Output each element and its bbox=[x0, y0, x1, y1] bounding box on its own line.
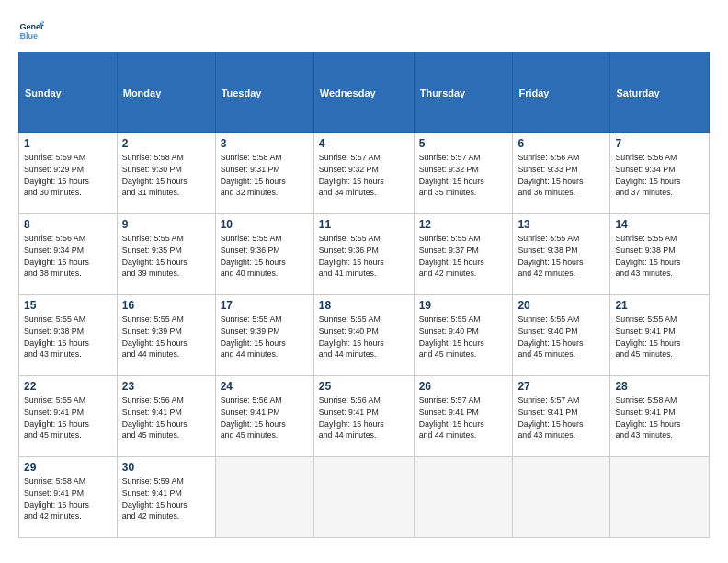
day-number: 4 bbox=[319, 137, 409, 150]
calendar-cell: 22Sunrise: 5:55 AM Sunset: 9:41 PM Dayli… bbox=[19, 376, 118, 457]
day-info: Sunrise: 5:57 AM Sunset: 9:41 PM Dayligh… bbox=[518, 395, 605, 442]
calendar-cell: 13Sunrise: 5:55 AM Sunset: 9:38 PM Dayli… bbox=[513, 214, 610, 295]
day-number: 26 bbox=[419, 380, 508, 393]
col-friday: Friday bbox=[513, 52, 610, 133]
day-info: Sunrise: 5:55 AM Sunset: 9:38 PM Dayligh… bbox=[615, 233, 704, 280]
calendar-cell: 6Sunrise: 5:56 AM Sunset: 9:33 PM Daylig… bbox=[513, 133, 610, 214]
svg-text:Blue: Blue bbox=[19, 31, 38, 40]
day-info: Sunrise: 5:55 AM Sunset: 9:36 PM Dayligh… bbox=[319, 233, 409, 280]
day-number: 11 bbox=[319, 218, 409, 231]
calendar-cell: 27Sunrise: 5:57 AM Sunset: 9:41 PM Dayli… bbox=[513, 376, 610, 457]
day-info: Sunrise: 5:55 AM Sunset: 9:39 PM Dayligh… bbox=[122, 314, 210, 361]
day-info: Sunrise: 5:59 AM Sunset: 9:29 PM Dayligh… bbox=[24, 152, 112, 199]
day-info: Sunrise: 5:56 AM Sunset: 9:33 PM Dayligh… bbox=[518, 152, 605, 199]
calendar-cell: 28Sunrise: 5:58 AM Sunset: 9:41 PM Dayli… bbox=[610, 376, 710, 457]
day-number: 16 bbox=[122, 299, 210, 312]
calendar-cell: 18Sunrise: 5:55 AM Sunset: 9:40 PM Dayli… bbox=[313, 295, 414, 376]
day-info: Sunrise: 5:56 AM Sunset: 9:41 PM Dayligh… bbox=[122, 395, 210, 442]
day-number: 14 bbox=[615, 218, 704, 231]
logo-icon: General Blue bbox=[18, 17, 44, 42]
day-info: Sunrise: 5:59 AM Sunset: 9:41 PM Dayligh… bbox=[122, 476, 210, 523]
calendar-cell: 25Sunrise: 5:56 AM Sunset: 9:41 PM Dayli… bbox=[313, 376, 414, 457]
day-number: 18 bbox=[319, 299, 409, 312]
day-info: Sunrise: 5:55 AM Sunset: 9:35 PM Dayligh… bbox=[122, 233, 210, 280]
day-number: 27 bbox=[518, 380, 605, 393]
day-info: Sunrise: 5:56 AM Sunset: 9:41 PM Dayligh… bbox=[221, 395, 309, 442]
calendar-cell: 23Sunrise: 5:56 AM Sunset: 9:41 PM Dayli… bbox=[117, 376, 215, 457]
calendar-cell bbox=[313, 457, 414, 538]
day-info: Sunrise: 5:55 AM Sunset: 9:40 PM Dayligh… bbox=[518, 314, 605, 361]
day-info: Sunrise: 5:55 AM Sunset: 9:36 PM Dayligh… bbox=[221, 233, 309, 280]
calendar-cell bbox=[610, 457, 710, 538]
calendar-cell: 17Sunrise: 5:55 AM Sunset: 9:39 PM Dayli… bbox=[215, 295, 313, 376]
day-number: 24 bbox=[221, 380, 309, 393]
calendar-cell: 8Sunrise: 5:56 AM Sunset: 9:34 PM Daylig… bbox=[19, 214, 118, 295]
calendar-cell: 16Sunrise: 5:55 AM Sunset: 9:39 PM Dayli… bbox=[117, 295, 215, 376]
day-number: 17 bbox=[221, 299, 309, 312]
day-info: Sunrise: 5:58 AM Sunset: 9:31 PM Dayligh… bbox=[221, 152, 309, 199]
page: General Blue Sunday Monday Tuesday Wedne… bbox=[0, 0, 728, 563]
day-number: 3 bbox=[221, 137, 309, 150]
day-number: 19 bbox=[419, 299, 508, 312]
col-saturday: Saturday bbox=[610, 52, 710, 133]
calendar-cell: 7Sunrise: 5:56 AM Sunset: 9:34 PM Daylig… bbox=[610, 133, 710, 214]
calendar-cell: 1Sunrise: 5:59 AM Sunset: 9:29 PM Daylig… bbox=[19, 133, 118, 214]
header: General Blue bbox=[18, 17, 710, 42]
day-number: 28 bbox=[615, 380, 704, 393]
calendar-cell: 20Sunrise: 5:55 AM Sunset: 9:40 PM Dayli… bbox=[513, 295, 610, 376]
day-number: 10 bbox=[221, 218, 309, 231]
day-info: Sunrise: 5:57 AM Sunset: 9:32 PM Dayligh… bbox=[419, 152, 508, 199]
calendar-cell: 10Sunrise: 5:55 AM Sunset: 9:36 PM Dayli… bbox=[215, 214, 313, 295]
col-wednesday: Wednesday bbox=[313, 52, 414, 133]
day-number: 9 bbox=[122, 218, 210, 231]
calendar-cell: 14Sunrise: 5:55 AM Sunset: 9:38 PM Dayli… bbox=[610, 214, 710, 295]
day-info: Sunrise: 5:55 AM Sunset: 9:41 PM Dayligh… bbox=[615, 314, 704, 361]
day-number: 30 bbox=[122, 461, 210, 474]
day-number: 21 bbox=[615, 299, 704, 312]
day-number: 6 bbox=[518, 137, 605, 150]
day-number: 2 bbox=[122, 137, 210, 150]
calendar-cell: 19Sunrise: 5:55 AM Sunset: 9:40 PM Dayli… bbox=[414, 295, 513, 376]
calendar-cell: 11Sunrise: 5:55 AM Sunset: 9:36 PM Dayli… bbox=[313, 214, 414, 295]
day-info: Sunrise: 5:57 AM Sunset: 9:32 PM Dayligh… bbox=[319, 152, 409, 199]
col-monday: Monday bbox=[117, 52, 215, 133]
day-info: Sunrise: 5:56 AM Sunset: 9:34 PM Dayligh… bbox=[615, 152, 704, 199]
day-number: 1 bbox=[24, 137, 112, 150]
calendar-cell: 26Sunrise: 5:57 AM Sunset: 9:41 PM Dayli… bbox=[414, 376, 513, 457]
day-number: 5 bbox=[419, 137, 508, 150]
calendar-cell: 30Sunrise: 5:59 AM Sunset: 9:41 PM Dayli… bbox=[117, 457, 215, 538]
day-info: Sunrise: 5:58 AM Sunset: 9:30 PM Dayligh… bbox=[122, 152, 210, 199]
day-info: Sunrise: 5:55 AM Sunset: 9:38 PM Dayligh… bbox=[518, 233, 605, 280]
calendar-cell: 24Sunrise: 5:56 AM Sunset: 9:41 PM Dayli… bbox=[215, 376, 313, 457]
day-number: 7 bbox=[615, 137, 704, 150]
calendar-cell: 29Sunrise: 5:58 AM Sunset: 9:41 PM Dayli… bbox=[19, 457, 118, 538]
calendar-cell: 21Sunrise: 5:55 AM Sunset: 9:41 PM Dayli… bbox=[610, 295, 710, 376]
col-tuesday: Tuesday bbox=[215, 52, 313, 133]
day-number: 23 bbox=[122, 380, 210, 393]
day-number: 22 bbox=[24, 380, 112, 393]
col-sunday: Sunday bbox=[19, 52, 118, 133]
day-info: Sunrise: 5:57 AM Sunset: 9:41 PM Dayligh… bbox=[419, 395, 508, 442]
day-number: 12 bbox=[419, 218, 508, 231]
calendar-cell bbox=[513, 457, 610, 538]
day-info: Sunrise: 5:55 AM Sunset: 9:37 PM Dayligh… bbox=[419, 233, 508, 280]
calendar-cell bbox=[414, 457, 513, 538]
day-info: Sunrise: 5:58 AM Sunset: 9:41 PM Dayligh… bbox=[615, 395, 704, 442]
day-number: 13 bbox=[518, 218, 605, 231]
calendar-cell: 15Sunrise: 5:55 AM Sunset: 9:38 PM Dayli… bbox=[19, 295, 118, 376]
calendar-cell: 5Sunrise: 5:57 AM Sunset: 9:32 PM Daylig… bbox=[414, 133, 513, 214]
day-number: 8 bbox=[24, 218, 112, 231]
calendar-cell: 2Sunrise: 5:58 AM Sunset: 9:30 PM Daylig… bbox=[117, 133, 215, 214]
day-info: Sunrise: 5:55 AM Sunset: 9:41 PM Dayligh… bbox=[24, 395, 112, 442]
day-number: 29 bbox=[24, 461, 112, 474]
logo: General Blue bbox=[18, 17, 50, 42]
day-number: 20 bbox=[518, 299, 605, 312]
calendar-cell: 3Sunrise: 5:58 AM Sunset: 9:31 PM Daylig… bbox=[215, 133, 313, 214]
calendar-cell: 12Sunrise: 5:55 AM Sunset: 9:37 PM Dayli… bbox=[414, 214, 513, 295]
day-info: Sunrise: 5:55 AM Sunset: 9:39 PM Dayligh… bbox=[221, 314, 309, 361]
day-info: Sunrise: 5:55 AM Sunset: 9:40 PM Dayligh… bbox=[319, 314, 409, 361]
day-info: Sunrise: 5:55 AM Sunset: 9:38 PM Dayligh… bbox=[24, 314, 112, 361]
calendar-cell bbox=[215, 457, 313, 538]
day-info: Sunrise: 5:56 AM Sunset: 9:41 PM Dayligh… bbox=[319, 395, 409, 442]
calendar-cell: 9Sunrise: 5:55 AM Sunset: 9:35 PM Daylig… bbox=[117, 214, 215, 295]
